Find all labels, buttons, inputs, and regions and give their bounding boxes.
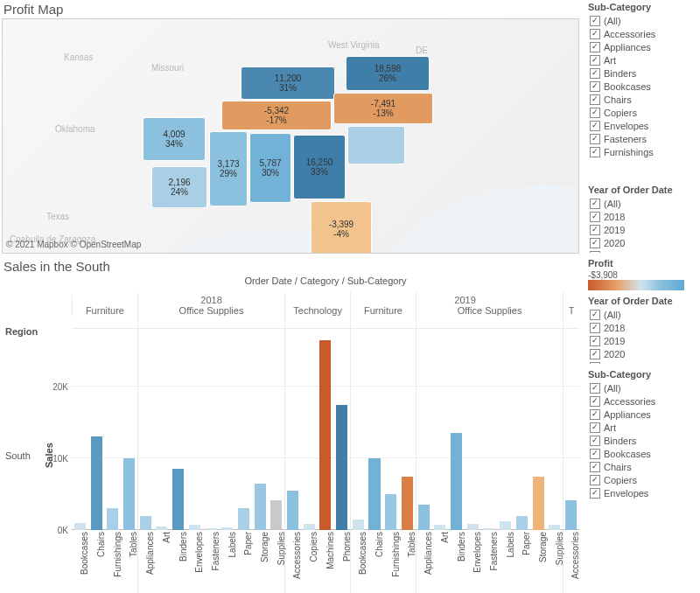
checkbox-icon[interactable]: ✓ xyxy=(590,81,600,92)
bar-tables[interactable] xyxy=(123,458,135,530)
filter-year-label: (All) xyxy=(604,199,621,209)
checkbox-icon[interactable]: ✓ xyxy=(590,121,600,131)
filter-subcat2-item[interactable]: ✓Bookcases xyxy=(588,447,700,460)
checkbox-icon[interactable]: ✓ xyxy=(590,134,600,144)
checkbox-icon[interactable]: ✓ xyxy=(590,42,600,52)
filter-subcat-item[interactable]: ✓Chairs xyxy=(588,93,700,106)
filter-subcat-item[interactable]: ✓Furnishings xyxy=(588,145,700,158)
filter-subcat2-item[interactable]: ✓Binders xyxy=(588,434,700,447)
checkbox-icon[interactable]: ✓ xyxy=(590,462,600,472)
state-va[interactable]: 18,598 26% xyxy=(346,56,430,91)
filter-subcat-item[interactable]: ✓Appliances xyxy=(588,40,700,53)
bar-accessories[interactable] xyxy=(565,500,577,530)
filter-subcat-item[interactable]: ✓Copiers xyxy=(588,106,700,119)
bar-phones[interactable] xyxy=(336,405,347,530)
filter-subcat2-item[interactable]: ✓(All) xyxy=(588,381,700,394)
checkbox-icon[interactable]: ✓ xyxy=(590,225,600,235)
bar-accessories[interactable] xyxy=(287,491,298,530)
checkbox-icon[interactable]: ✓ xyxy=(590,323,600,333)
state-la[interactable]: 2,196 24% xyxy=(151,166,207,208)
bar-bookcases[interactable] xyxy=(74,523,86,530)
bar-furnishings[interactable] xyxy=(385,494,396,530)
checkbox-icon[interactable]: ✓ xyxy=(590,409,600,420)
checkbox-icon[interactable]: ✓ xyxy=(590,238,600,248)
filter-subcat-item[interactable]: ✓Art xyxy=(588,53,700,66)
bar-chairs[interactable] xyxy=(91,436,102,530)
state-ms[interactable]: 3,173 29% xyxy=(209,131,248,206)
checkbox-icon[interactable]: ✓ xyxy=(590,212,600,222)
x-tick-label: Accessories xyxy=(284,530,301,593)
checkbox-icon[interactable]: ✓ xyxy=(590,55,600,66)
bar-storage[interactable] xyxy=(533,477,544,530)
bar-paper[interactable] xyxy=(516,516,528,530)
sales-bar-chart[interactable]: Order Date / Category / Sub-Category Reg… xyxy=(2,276,579,593)
checkbox-icon[interactable]: ✓ xyxy=(590,449,600,459)
bar-appliances[interactable] xyxy=(418,505,430,530)
filter-year-item[interactable]: ✓2020 xyxy=(588,236,700,249)
bar-furnishings[interactable] xyxy=(107,508,118,530)
checkbox-icon[interactable]: ✓ xyxy=(590,68,600,79)
filter-subcat-item[interactable]: ✓Binders xyxy=(588,66,700,80)
filter-subcat-item[interactable]: ✓Fasteners xyxy=(588,132,700,145)
bar-appliances[interactable] xyxy=(140,516,151,530)
checkbox-icon[interactable]: ✓ xyxy=(590,108,600,118)
state-ar[interactable]: 4,009 34% xyxy=(143,117,206,161)
checkbox-icon[interactable]: ✓ xyxy=(590,94,600,105)
filter-year2-item[interactable]: ✓2018 xyxy=(588,321,700,334)
checkbox-icon[interactable]: ✓ xyxy=(590,349,600,359)
filter-year-item[interactable]: ✓2018 xyxy=(588,210,700,223)
bar-labels[interactable] xyxy=(500,521,511,530)
filter-subcat-item[interactable]: ✓(All) xyxy=(588,14,700,27)
bar-tables[interactable] xyxy=(402,477,413,530)
filter-year-item[interactable]: ✓2021 xyxy=(588,249,700,253)
bar-binders[interactable] xyxy=(172,469,184,530)
bar-paper[interactable] xyxy=(238,508,249,530)
filter-subcat-item[interactable]: ✓Accessories xyxy=(588,27,700,40)
checkbox-icon[interactable]: ✓ xyxy=(590,16,600,26)
profit-map[interactable]: KansasMissouriOklahomaTexasWest Virginia… xyxy=(2,18,579,254)
filter-year2-item[interactable]: ✓2019 xyxy=(588,334,700,347)
bar-supplies[interactable] xyxy=(270,500,282,530)
state-sc[interactable] xyxy=(347,126,405,164)
checkbox-icon[interactable]: ✓ xyxy=(590,310,600,320)
filter-subcat2-item[interactable]: ✓Copiers xyxy=(588,473,700,486)
state-fl[interactable]: -3,399 -4% xyxy=(311,201,372,254)
checkbox-icon[interactable]: ✓ xyxy=(590,336,600,346)
filter-subcat2-item[interactable]: ✓Appliances xyxy=(588,408,700,421)
filter-subcat2-item[interactable]: ✓Chairs xyxy=(588,460,700,473)
checkbox-icon[interactable]: ✓ xyxy=(590,383,600,394)
checkbox-icon[interactable]: ✓ xyxy=(590,199,600,209)
bar-bookcases[interactable] xyxy=(353,520,364,530)
filter-subcat-item[interactable]: ✓Bookcases xyxy=(588,80,700,93)
checkbox-icon[interactable]: ✓ xyxy=(590,147,600,157)
bar-storage[interactable] xyxy=(255,484,266,530)
filter-year2-item[interactable]: ✓2020 xyxy=(588,347,700,360)
checkbox-icon[interactable]: ✓ xyxy=(590,396,600,407)
state-tn[interactable]: -5,342 -17% xyxy=(221,101,332,130)
bar-chairs[interactable] xyxy=(368,458,380,530)
filter-subcat-item[interactable]: ✓Envelopes xyxy=(588,119,700,132)
filter-year-item[interactable]: ✓(All) xyxy=(588,197,700,210)
checkbox-icon[interactable]: ✓ xyxy=(590,29,600,39)
filter-year-item[interactable]: ✓2019 xyxy=(588,223,700,236)
checkbox-icon[interactable]: ✓ xyxy=(590,251,600,254)
profit-gradient[interactable] xyxy=(588,280,684,290)
checkbox-icon[interactable]: ✓ xyxy=(590,422,600,433)
state-al[interactable]: 5,787 30% xyxy=(249,133,291,203)
checkbox-icon[interactable]: ✓ xyxy=(590,362,600,365)
bar-envelopes[interactable] xyxy=(467,524,479,530)
filter-year2-item[interactable]: ✓2021 xyxy=(588,360,700,364)
checkbox-icon[interactable]: ✓ xyxy=(590,488,600,499)
state-ga[interactable]: 16,250 33% xyxy=(293,135,346,199)
filter-subcat2-item[interactable]: ✓Accessories xyxy=(588,394,700,408)
state-nc[interactable]: -7,491 -13% xyxy=(333,93,433,124)
checkbox-icon[interactable]: ✓ xyxy=(590,436,600,446)
bar-machines[interactable] xyxy=(319,340,331,530)
checkbox-icon[interactable]: ✓ xyxy=(590,475,600,485)
bar-binders[interactable] xyxy=(451,433,462,530)
map-credit: © 2021 Mapbox © OpenStreetMap xyxy=(6,240,141,249)
state-ky[interactable]: 11,200 31% xyxy=(241,66,335,100)
filter-subcat2-item[interactable]: ✓Art xyxy=(588,421,700,434)
filter-year2-item[interactable]: ✓(All) xyxy=(588,308,700,321)
filter-subcat2-item[interactable]: ✓Envelopes xyxy=(588,486,700,499)
